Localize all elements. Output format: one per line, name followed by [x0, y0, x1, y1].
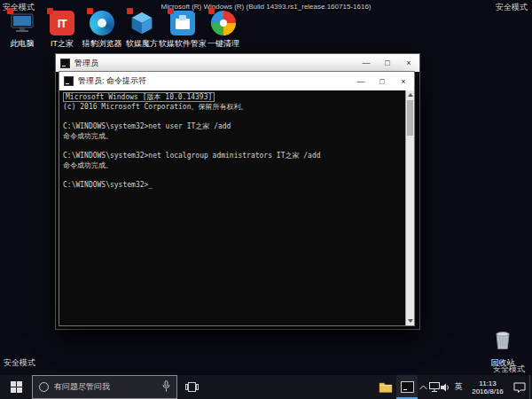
task-view-icon	[185, 381, 199, 393]
red-badge	[87, 8, 93, 14]
console-line: Microsoft Windows [版本 10.0.14393]	[63, 92, 402, 102]
maximize-button[interactable]: □	[372, 72, 393, 90]
desktop[interactable]: 安全模式 Microsoft (R) Windows (R) (Build 14…	[0, 0, 532, 399]
action-center-button[interactable]	[510, 375, 529, 399]
console-line: 命令成功完成。	[63, 131, 402, 141]
cortana-search-box[interactable]: 有问题尽管问我	[32, 375, 177, 399]
maximize-button[interactable]: □	[377, 54, 398, 72]
tray-language-indicator[interactable]: 英	[451, 375, 466, 399]
titlebar[interactable]: 管理员 — □ ×	[56, 54, 419, 72]
liebao-browser-icon	[90, 11, 114, 35]
minimize-button[interactable]: —	[350, 72, 372, 90]
speaker-icon	[441, 383, 450, 392]
console-output[interactable]: Microsoft Windows [版本 10.0.14393] (c) 20…	[59, 90, 414, 325]
action-center-icon	[513, 382, 526, 393]
ithome-icon: IT	[50, 11, 74, 35]
window-title: 管理员	[74, 58, 356, 69]
scrollbar-thumb[interactable]	[407, 100, 413, 136]
recycle-bin-label: 回收站	[465, 357, 532, 369]
desktop-icon-label: 一键清理	[185, 38, 262, 50]
one-click-clean-icon	[211, 11, 236, 35]
red-badge	[168, 8, 174, 14]
safe-mode-watermark-top-right: 安全模式	[496, 2, 528, 13]
clock-date: 2016/8/16	[472, 387, 504, 395]
taskbar-cmd-button[interactable]	[396, 375, 418, 399]
ruanmei-mofang-icon	[129, 11, 154, 35]
chevron-up-icon	[419, 385, 427, 390]
windows-build-watermark: Microsoft (R) Windows (R) (Build 14393.r…	[161, 3, 372, 11]
cmd-icon	[60, 59, 70, 68]
titlebar[interactable]: 管理员: 命令提示符 — □ ×	[59, 72, 414, 90]
clock-time: 11:13	[479, 379, 496, 387]
console-line	[63, 170, 402, 180]
tray-network-button[interactable]	[428, 375, 440, 399]
this-pc-icon	[10, 11, 35, 35]
recycle-bin-icon	[490, 326, 515, 351]
start-button[interactable]	[0, 375, 32, 399]
console-version-line: Microsoft Windows [版本 10.0.14393]	[63, 92, 215, 102]
taskbar: 有问题尽管问我	[0, 375, 532, 399]
tray-volume-button[interactable]	[440, 375, 451, 399]
window-title: 管理员: 命令提示符	[78, 75, 350, 87]
red-badge	[127, 8, 133, 14]
scroll-down-arrow[interactable]	[406, 317, 414, 325]
taskbar-file-explorer-button[interactable]	[375, 375, 396, 399]
scroll-up-arrow[interactable]	[406, 90, 414, 99]
desktop-icon-one-click-clean[interactable]: 一键清理	[203, 11, 244, 50]
console-prompt-line: C:\WINDOWS\system32>_	[63, 180, 402, 190]
console-line: (c) 2016 Microsoft Corporation。保留所有权利。	[63, 102, 402, 112]
console-line	[63, 141, 402, 151]
task-view-button[interactable]	[177, 375, 206, 399]
network-icon	[429, 382, 440, 392]
console-line: C:\WINDOWS\system32>net localgroup admin…	[63, 151, 402, 160]
console-scrollbar[interactable]	[405, 90, 414, 325]
cmd-icon	[401, 381, 414, 393]
safe-mode-watermark-bottom-left: 安全模式	[4, 357, 35, 369]
cortana-icon	[39, 382, 49, 392]
tray-clock[interactable]: 11:13 2016/8/16	[466, 375, 510, 399]
close-button[interactable]: ×	[393, 72, 414, 90]
red-badge	[208, 8, 215, 14]
console-line: C:\WINDOWS\system32>net user IT之家 /add	[63, 121, 402, 131]
windows-logo-icon	[11, 381, 22, 393]
microphone-icon[interactable]	[162, 379, 170, 395]
red-badge	[7, 8, 13, 14]
software-manager-icon	[170, 11, 195, 35]
minimize-button[interactable]: —	[356, 54, 377, 72]
cmd-icon	[64, 76, 74, 86]
tray-show-hidden-icons-button[interactable]	[418, 375, 428, 399]
folder-icon	[379, 381, 393, 393]
close-button[interactable]: ×	[398, 54, 419, 72]
cmd-window[interactable]: 管理员: 命令提示符 — □ × Microsoft Windows [版本 1…	[59, 71, 415, 326]
search-placeholder: 有问题尽管问我	[54, 381, 157, 393]
recycle-bin[interactable]: 回收站	[482, 326, 523, 369]
red-badge	[47, 8, 53, 14]
console-line	[63, 112, 402, 121]
console-line: 命令成功完成。	[63, 160, 402, 170]
